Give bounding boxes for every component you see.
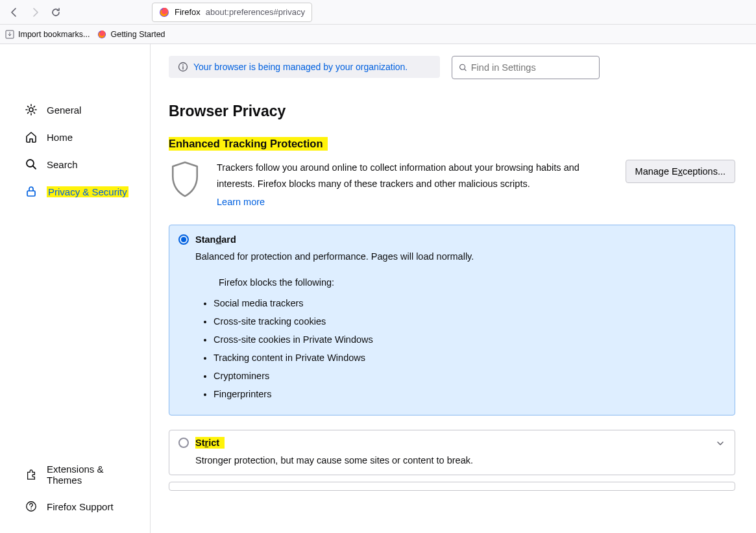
list-item: Cross-site tracking cookies bbox=[213, 312, 723, 330]
section-heading-etp: Enhanced Tracking Protection bbox=[169, 137, 328, 151]
sidebar-label: Extensions & Themes bbox=[47, 464, 138, 486]
sidebar-item-search[interactable]: Search bbox=[0, 151, 150, 178]
etp-description: Trackers follow you around online to col… bbox=[217, 160, 614, 210]
sidebar-label: Firefox Support bbox=[47, 501, 114, 512]
etp-option-custom[interactable] bbox=[169, 482, 735, 491]
getting-started-label: Getting Started bbox=[110, 30, 165, 39]
list-item: Fingerprinters bbox=[213, 385, 723, 403]
reload-icon bbox=[51, 7, 61, 18]
radio-standard[interactable] bbox=[178, 234, 189, 245]
bookmarks-bar: Import bookmarks... Getting Started bbox=[0, 25, 756, 44]
forward-button[interactable] bbox=[26, 3, 44, 21]
find-in-settings[interactable] bbox=[452, 56, 600, 79]
sidebar-item-home[interactable]: Home bbox=[0, 123, 150, 151]
shield-icon bbox=[169, 160, 205, 201]
settings-sidebar: General Home Search Privacy & Security bbox=[0, 44, 151, 533]
option-title-standard: Standard bbox=[195, 234, 236, 245]
svg-point-7 bbox=[30, 508, 32, 510]
etp-option-standard[interactable]: Standard Balanced for protection and per… bbox=[169, 225, 735, 415]
sidebar-label: Home bbox=[47, 132, 73, 143]
sidebar-item-extensions[interactable]: Extensions & Themes bbox=[0, 456, 150, 493]
svg-point-9 bbox=[182, 64, 184, 66]
getting-started-bookmark[interactable]: Getting Started bbox=[97, 30, 165, 39]
enterprise-policy-banner: Your browser is being managed by your or… bbox=[169, 56, 440, 78]
blocks-list: Social media trackers Cross-site trackin… bbox=[213, 294, 723, 403]
main-panel: Your browser is being managed by your or… bbox=[151, 44, 756, 533]
enterprise-policy-link[interactable]: Your browser is being managed by your or… bbox=[193, 62, 408, 72]
option-subtitle: Stronger protection, but may cause some … bbox=[195, 455, 723, 465]
svg-point-10 bbox=[460, 64, 465, 69]
find-in-settings-input[interactable] bbox=[471, 62, 592, 73]
content-area: General Home Search Privacy & Security bbox=[0, 44, 756, 533]
browser-toolbar: Firefox about:preferences#privacy bbox=[0, 0, 756, 25]
url-text: about:preferences#privacy bbox=[206, 7, 305, 17]
firefox-icon bbox=[159, 7, 169, 18]
arrow-right-icon bbox=[30, 7, 40, 18]
firefox-icon bbox=[97, 30, 106, 39]
arrow-left-icon bbox=[9, 7, 19, 18]
import-icon bbox=[5, 30, 14, 39]
option-title-strict: Strict bbox=[195, 437, 225, 449]
sidebar-label: General bbox=[47, 105, 81, 116]
help-icon bbox=[25, 500, 38, 513]
home-icon bbox=[25, 130, 38, 143]
back-button[interactable] bbox=[5, 3, 23, 21]
import-bookmarks-label: Import bookmarks... bbox=[18, 30, 90, 39]
sidebar-label: Search bbox=[47, 159, 78, 170]
svg-rect-5 bbox=[27, 191, 35, 196]
reload-button[interactable] bbox=[47, 3, 65, 21]
list-item: Cross-site cookies in Private Windows bbox=[213, 330, 723, 349]
identity-label: Firefox bbox=[175, 7, 201, 17]
info-icon bbox=[178, 62, 188, 72]
blocks-intro: Firefox blocks the following: bbox=[219, 277, 723, 288]
search-icon bbox=[25, 158, 38, 171]
chevron-down-icon bbox=[716, 440, 724, 447]
search-icon bbox=[459, 63, 467, 72]
puzzle-icon bbox=[25, 468, 38, 481]
list-item: Cryptominers bbox=[213, 367, 723, 385]
page-title: Browser Privacy bbox=[169, 103, 735, 120]
url-bar[interactable]: Firefox about:preferences#privacy bbox=[152, 3, 312, 22]
svg-point-3 bbox=[29, 108, 33, 112]
list-item: Social media trackers bbox=[213, 294, 723, 312]
svg-point-4 bbox=[27, 160, 34, 167]
sidebar-item-general[interactable]: General bbox=[0, 96, 150, 123]
learn-more-link[interactable]: Learn more bbox=[217, 194, 265, 210]
gear-icon bbox=[25, 103, 38, 116]
import-bookmarks-button[interactable]: Import bookmarks... bbox=[5, 30, 90, 39]
etp-option-strict[interactable]: Strict Stronger protection, but may caus… bbox=[169, 430, 735, 475]
sidebar-item-support[interactable]: Firefox Support bbox=[0, 493, 150, 520]
manage-exceptions-button[interactable]: Manage Exceptions... bbox=[626, 160, 735, 183]
etp-description-text: Trackers follow you around online to col… bbox=[217, 162, 579, 189]
radio-strict[interactable] bbox=[178, 438, 189, 448]
lock-icon bbox=[25, 185, 38, 198]
option-subtitle: Balanced for protection and performance.… bbox=[195, 251, 723, 262]
sidebar-label: Privacy & Security bbox=[47, 186, 128, 197]
sidebar-item-privacy[interactable]: Privacy & Security bbox=[0, 178, 150, 205]
list-item: Tracking content in Private Windows bbox=[213, 349, 723, 367]
